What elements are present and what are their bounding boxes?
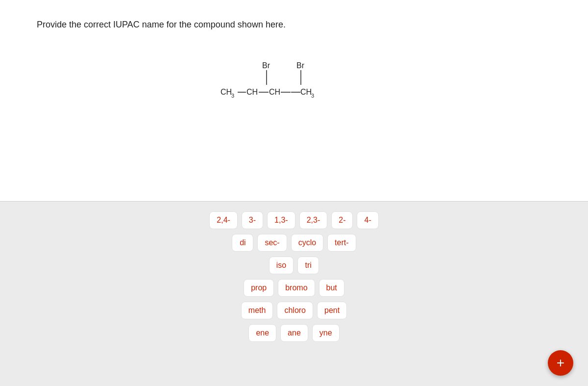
token-2-3[interactable]: 2,3- [299, 211, 328, 229]
question-text: Provide the correct IUPAC name for the c… [37, 20, 551, 30]
svg-text:Br: Br [262, 61, 270, 70]
svg-text:3: 3 [231, 93, 234, 99]
token-but[interactable]: but [319, 279, 344, 297]
svg-text:Br: Br [296, 61, 305, 70]
token-ane[interactable]: ane [280, 324, 308, 342]
token-tri[interactable]: tri [297, 257, 319, 274]
token-di[interactable]: di [232, 234, 253, 252]
token-chloro[interactable]: chloro [277, 302, 313, 319]
token-row-2: di sec- cyclo tert- [232, 234, 356, 252]
token-row-4: prop bromo but [244, 279, 344, 297]
token-yne[interactable]: yne [312, 324, 340, 342]
compound-container: Br Br CH 3 CH CH CH 3 [37, 50, 551, 181]
token-sec[interactable]: sec- [257, 234, 287, 252]
token-prop[interactable]: prop [244, 279, 274, 297]
token-meth[interactable]: meth [241, 302, 273, 319]
token-row-3: iso tri [269, 257, 319, 274]
token-1-3[interactable]: 1,3- [267, 211, 295, 229]
svg-text:CH: CH [269, 88, 280, 96]
top-section: Provide the correct IUPAC name for the c… [0, 0, 588, 201]
token-tert[interactable]: tert- [327, 234, 356, 252]
token-pent[interactable]: pent [317, 302, 347, 319]
token-iso[interactable]: iso [269, 257, 294, 274]
bottom-section: 2,4- 3- 1,3- 2,3- 2- 4- di sec- cyclo te… [0, 202, 588, 386]
token-row-1: 2,4- 3- 1,3- 2,3- 2- 4- [209, 211, 378, 229]
token-2[interactable]: 2- [331, 211, 353, 229]
svg-text:CH: CH [220, 88, 232, 96]
fab-add-button[interactable]: + [548, 350, 573, 376]
token-4[interactable]: 4- [357, 211, 378, 229]
svg-text:CH: CH [300, 88, 312, 96]
svg-text:3: 3 [311, 93, 314, 99]
token-ene[interactable]: ene [248, 324, 276, 342]
compound-diagram: Br Br CH 3 CH CH CH 3 [216, 59, 372, 118]
token-3[interactable]: 3- [242, 211, 263, 229]
token-2-4[interactable]: 2,4- [209, 211, 238, 229]
token-row-5: meth chloro pent [241, 302, 347, 319]
token-cyclo[interactable]: cyclo [291, 234, 323, 252]
svg-text:CH: CH [246, 88, 258, 96]
token-bromo[interactable]: bromo [278, 279, 315, 297]
token-row-6: ene ane yne [248, 324, 339, 342]
